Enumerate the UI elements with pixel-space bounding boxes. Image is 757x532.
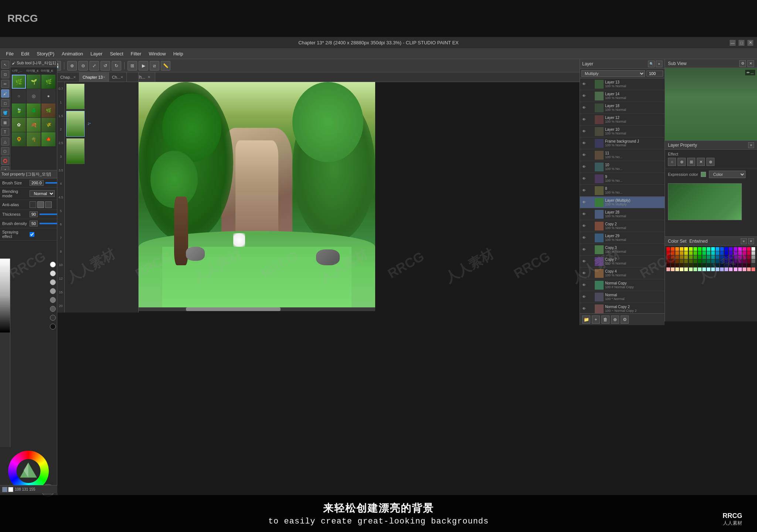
tool-pen[interactable]: ✏ — [1, 80, 9, 88]
close-button[interactable]: ✕ — [747, 40, 753, 46]
color-cell[interactable] — [666, 263, 670, 267]
color-cell[interactable] — [738, 267, 742, 271]
brush-item-5[interactable]: ◎ — [27, 89, 41, 103]
color-cell[interactable] — [720, 255, 724, 259]
layer-eye-toggle[interactable]: 👁 — [581, 224, 587, 229]
color-cell[interactable] — [734, 263, 737, 267]
layer-row[interactable]: 👁Normal100 * Normal — [580, 291, 665, 303]
layer-row[interactable]: 👁Normal Copy100 # Normal Copy — [580, 279, 665, 291]
color-cell[interactable] — [675, 263, 679, 267]
color-cell[interactable] — [743, 247, 746, 251]
color-cell[interactable] — [689, 255, 693, 259]
vert-dot-7[interactable] — [50, 315, 56, 321]
tool-subview[interactable]: ⊡ — [1, 70, 9, 78]
tool-brush[interactable]: 🖌 — [1, 89, 9, 98]
color-cell[interactable] — [751, 255, 755, 259]
layer-prop-menu[interactable]: ≡ — [748, 142, 754, 148]
layer-row[interactable]: 👁Layer (Multiply)100 % Multiply — [580, 197, 665, 208]
color-cell[interactable] — [675, 247, 679, 251]
effect-btn-5[interactable]: ⊗ — [706, 158, 714, 166]
color-cell[interactable] — [693, 263, 697, 267]
nav-tab-prev-close[interactable]: ✕ — [73, 75, 76, 79]
menu-story[interactable]: Story(P) — [34, 50, 57, 57]
color-cell[interactable] — [729, 251, 733, 255]
vert-dot-2[interactable] — [50, 270, 56, 276]
layer-row[interactable]: 👁Layer 10100 % Normal — [580, 126, 665, 137]
color-cell[interactable] — [666, 259, 670, 263]
color-cell[interactable] — [716, 263, 719, 267]
maximize-button[interactable]: □ — [739, 40, 744, 46]
brush-item-2[interactable]: 🌱 — [27, 75, 41, 89]
color-cell[interactable] — [671, 255, 675, 259]
color-cell[interactable] — [711, 255, 715, 259]
color-cell[interactable] — [671, 267, 675, 271]
brush-item-3[interactable]: 🌿 — [41, 75, 55, 89]
effect-btn-3[interactable]: ⊞ — [687, 158, 695, 166]
color-cell[interactable] — [666, 247, 670, 251]
expression-color-select[interactable]: Color Monochrome — [709, 171, 746, 178]
color-cell[interactable] — [720, 247, 724, 251]
color-cell[interactable] — [747, 255, 751, 259]
blending-mode-select[interactable]: Normal Multiply Screen — [30, 190, 55, 197]
color-cell[interactable] — [724, 267, 728, 271]
color-cell[interactable] — [711, 259, 715, 263]
toolbar-play[interactable]: ▶ — [139, 61, 148, 71]
toolbar-fit[interactable]: ⤢ — [89, 61, 99, 71]
layer-eye-toggle[interactable]: 👁 — [581, 117, 587, 122]
menu-select[interactable]: Select — [107, 50, 126, 57]
nav-tab-prev[interactable]: Chap... ✕ — [57, 72, 79, 82]
color-cell[interactable] — [743, 259, 746, 263]
new-layer-btn[interactable]: + — [592, 316, 600, 324]
minimize-button[interactable]: — — [730, 40, 736, 46]
layer-opacity-input[interactable] — [646, 71, 663, 76]
layer-eye-toggle[interactable]: 👁 — [581, 164, 587, 170]
color-cell[interactable] — [702, 267, 706, 271]
color-cell[interactable] — [751, 247, 755, 251]
tool-lasso[interactable]: ⭕ — [1, 157, 9, 165]
color-cell[interactable] — [671, 259, 675, 263]
layer-row[interactable]: 👁11100 % No... — [580, 149, 665, 161]
color-cell[interactable] — [684, 251, 688, 255]
color-cell[interactable] — [693, 255, 697, 259]
color-cell[interactable] — [671, 263, 675, 267]
layer-eye-toggle[interactable]: 👁 — [581, 212, 587, 217]
tool-text[interactable]: T — [1, 128, 9, 136]
page-thumb-1[interactable] — [66, 83, 137, 109]
canvas-scrollbar-h[interactable] — [139, 307, 375, 311]
color-set-close[interactable]: ✕ — [748, 238, 754, 244]
menu-edit[interactable]: Edit — [18, 50, 32, 57]
color-cell[interactable] — [684, 267, 688, 271]
merge-layer-btn[interactable]: ⊕ — [611, 316, 619, 324]
color-cell[interactable] — [751, 263, 755, 267]
effect-btn-4[interactable]: ✕ — [697, 158, 705, 166]
color-cell[interactable] — [698, 251, 702, 255]
color-cell[interactable] — [729, 255, 733, 259]
brush-item-11[interactable]: 🍂 — [27, 118, 41, 132]
brush-item-4[interactable]: ○ — [12, 89, 26, 103]
color-cell[interactable] — [675, 255, 679, 259]
brush-item-1[interactable]: 🌿 — [12, 75, 26, 89]
brush-item-13[interactable]: 🌻 — [12, 132, 26, 146]
sub-view-canvas[interactable]: ✏ ... — [665, 68, 757, 140]
color-cell[interactable] — [693, 267, 697, 271]
spraying-checkbox[interactable] — [30, 232, 34, 237]
new-layer-set-btn[interactable]: 📁 — [582, 316, 590, 324]
tool-fill[interactable]: 🪣 — [1, 109, 9, 117]
color-cell[interactable] — [671, 251, 675, 255]
color-cell[interactable] — [698, 259, 702, 263]
layer-row[interactable]: 👁Copy 2100 % Normal — [580, 220, 665, 232]
toolbar-ruler[interactable]: 📏 — [161, 61, 170, 71]
effect-btn-2[interactable]: ⊕ — [678, 158, 686, 166]
color-cell[interactable] — [751, 251, 755, 255]
color-cell[interactable] — [747, 263, 751, 267]
brush-item-8[interactable]: 🌲 — [27, 103, 41, 117]
color-cell[interactable] — [724, 259, 728, 263]
color-cell[interactable] — [684, 247, 688, 251]
background-color-swatch[interactable] — [8, 487, 13, 492]
color-cell[interactable] — [734, 267, 737, 271]
tab-ch-next-close[interactable]: ✕ — [147, 75, 150, 79]
layer-row[interactable]: 👁8100 % No... — [580, 185, 665, 197]
color-cell[interactable] — [711, 251, 715, 255]
expression-color-swatch[interactable] — [701, 172, 706, 177]
layer-row[interactable]: 👁9100 % No... — [580, 173, 665, 185]
